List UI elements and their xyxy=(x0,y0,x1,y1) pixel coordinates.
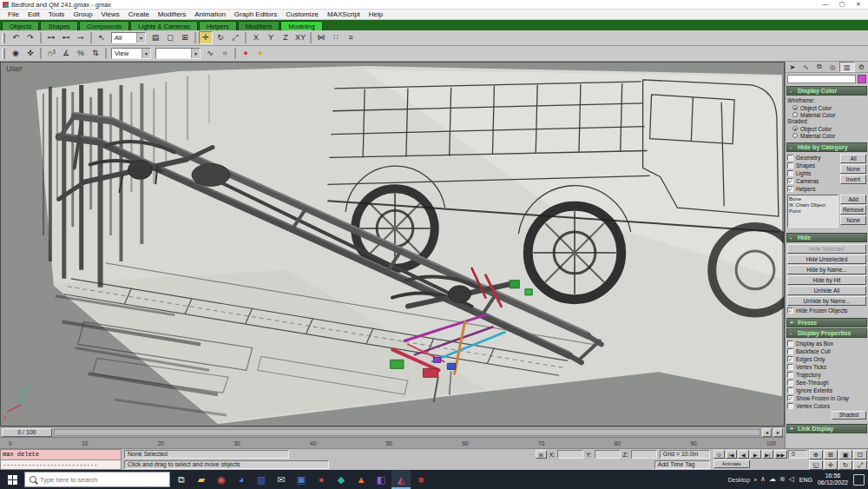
category-checkbox-row[interactable]: ✓ Helpers xyxy=(787,185,838,193)
separator[interactable] xyxy=(194,32,196,43)
taskbar-search[interactable] xyxy=(24,472,170,487)
listener-line-1[interactable]: max delete xyxy=(0,449,122,460)
checkbox-icon[interactable] xyxy=(787,155,793,161)
checkbox-icon[interactable] xyxy=(787,340,793,347)
shelf-tab[interactable]: Shapes xyxy=(40,21,77,30)
separator[interactable] xyxy=(245,32,247,43)
app-gmax-icon[interactable]: ◭ xyxy=(391,470,411,489)
toolbar-overflow-icon[interactable]: » xyxy=(753,477,757,483)
menu-item[interactable]: Modifiers xyxy=(154,10,190,18)
motion-tab-icon[interactable]: ◎ xyxy=(826,62,840,72)
checkbox-icon[interactable]: ✓ xyxy=(787,178,793,184)
network-icon[interactable]: ≋ xyxy=(779,476,786,483)
viewport-label[interactable]: User xyxy=(6,64,23,73)
menu-item[interactable]: Group xyxy=(69,10,96,18)
shaded-color-radio[interactable]: ● Object Color xyxy=(787,125,866,132)
rollout-hide[interactable]: - Hide xyxy=(786,233,867,242)
minimize-button[interactable]: — xyxy=(819,0,832,9)
zoom-extents-all-icon[interactable]: ⊡ xyxy=(853,450,867,459)
separator[interactable] xyxy=(105,48,107,59)
shelf-tab[interactable]: Lights & Cameras xyxy=(130,21,198,30)
display-property-row[interactable]: ✓ Show Frozen in Gray xyxy=(787,394,866,402)
rollout-link-display[interactable]: + Link Display xyxy=(786,424,867,433)
app-mail-icon[interactable]: ✉ xyxy=(272,470,291,489)
checkbox-icon[interactable] xyxy=(787,387,793,393)
restrict-z-icon[interactable]: Z xyxy=(279,31,293,44)
modify-tab-icon[interactable]: ∿ xyxy=(799,62,813,72)
undo-icon[interactable]: ↶ xyxy=(9,31,23,44)
shelf-tab[interactable]: Objects xyxy=(2,21,39,30)
schematic-view-icon[interactable]: ⌗ xyxy=(218,47,232,60)
previous-frame-button[interactable]: ◀ xyxy=(738,450,749,459)
selection-filter-dropdown[interactable]: All ▾ xyxy=(111,32,146,43)
go-to-end-button[interactable]: ▶▶ xyxy=(774,450,787,459)
animate-button[interactable]: Animate xyxy=(713,459,750,468)
rectangular-selection-region-icon[interactable]: ◻ xyxy=(163,31,177,44)
menu-item[interactable]: Animation xyxy=(190,10,230,18)
time-slider-track[interactable] xyxy=(54,429,760,436)
menu-item[interactable]: Create xyxy=(124,10,154,18)
category-list-item[interactable]: IK Chain Object xyxy=(789,202,837,208)
separator[interactable] xyxy=(40,48,42,59)
hide-button[interactable]: Hide by Name... xyxy=(787,265,866,274)
object-name-field[interactable] xyxy=(787,75,856,83)
select-object-icon[interactable]: ↖ xyxy=(95,31,108,44)
app-teal-icon[interactable]: ◆ xyxy=(332,470,351,489)
add-time-tag[interactable]: Add Time Tag xyxy=(654,460,710,469)
app-orange-icon[interactable]: ▲ xyxy=(352,470,371,489)
arc-rotate-icon[interactable]: ↻ xyxy=(838,460,852,470)
listener-line-2[interactable]: -------------------------- xyxy=(0,460,122,471)
menu-item[interactable]: Graph Editors xyxy=(230,10,281,18)
toolbar-grip[interactable] xyxy=(2,49,5,59)
display-tab-icon[interactable]: ▥ xyxy=(839,62,855,72)
key-mode-button[interactable]: ⊙ xyxy=(713,450,725,459)
category-button[interactable]: All xyxy=(840,154,866,163)
select-and-move-icon[interactable]: ✛ xyxy=(199,31,213,44)
restrict-y-icon[interactable]: Y xyxy=(264,31,278,44)
x-coordinate-field[interactable] xyxy=(557,450,583,459)
current-frame-field[interactable]: 0 xyxy=(788,450,807,459)
category-list[interactable]: BoneIK Chain ObjectPoint xyxy=(787,195,838,228)
checkbox-icon[interactable] xyxy=(787,380,793,386)
category-checkbox-row[interactable]: Shapes xyxy=(787,162,838,169)
display-property-row[interactable]: Vertex Colors xyxy=(787,402,866,410)
app-folder-icon[interactable]: ▰ xyxy=(192,470,211,489)
task-view-icon[interactable]: ⧉ xyxy=(172,470,191,489)
y-coordinate-field[interactable] xyxy=(595,450,621,459)
hierarchy-tab-icon[interactable]: ⧉ xyxy=(812,62,826,72)
select-by-name-icon[interactable]: ▤ xyxy=(148,31,162,44)
material-editor-icon[interactable]: ● xyxy=(239,47,253,60)
menu-item[interactable]: Customize xyxy=(281,10,323,18)
menu-item[interactable]: MAXScript xyxy=(323,10,365,18)
search-input[interactable] xyxy=(40,476,165,484)
spinner-snap-icon[interactable]: ⇅ xyxy=(89,47,102,60)
app-edge-icon[interactable]: ◕ xyxy=(232,470,251,489)
hide-button[interactable]: Unhide by Name... xyxy=(787,296,866,306)
menu-item[interactable]: File xyxy=(3,10,23,18)
vertex-colors-shaded-button[interactable]: Shaded xyxy=(832,411,866,420)
checkbox-icon[interactable] xyxy=(787,364,793,370)
volume-icon[interactable]: ◁ xyxy=(789,476,794,483)
render-scene-icon[interactable]: ● xyxy=(253,47,267,60)
separator[interactable] xyxy=(90,32,92,43)
category-list-item[interactable]: Bone xyxy=(789,196,837,202)
display-property-row[interactable]: ✓ Edges Only xyxy=(787,355,866,363)
checkbox-icon[interactable] xyxy=(787,403,793,409)
notification-center-icon[interactable] xyxy=(853,474,865,486)
hide-button[interactable]: Hide by Hit xyxy=(787,275,866,285)
rollout-display-color[interactable]: - Display Color xyxy=(786,86,867,96)
checkbox-icon[interactable]: ✓ xyxy=(787,307,793,314)
checkbox-icon[interactable] xyxy=(787,372,793,378)
track-view-icon[interactable]: ∿ xyxy=(203,47,217,60)
checkbox-icon[interactable]: ✓ xyxy=(787,395,793,401)
menu-item[interactable]: Tools xyxy=(44,10,69,18)
category-checkbox-row[interactable]: Geometry xyxy=(787,154,838,162)
category-checkbox-row[interactable]: ✓ Cameras xyxy=(787,177,838,185)
use-pivot-center-icon[interactable]: ◉ xyxy=(9,47,23,60)
hide-button[interactable]: Hide Unselected xyxy=(787,254,866,264)
category-list-button[interactable]: Add xyxy=(840,195,866,204)
viewport-user[interactable]: x Y User xyxy=(0,62,785,426)
separator[interactable] xyxy=(310,32,312,43)
selection-lock-icon[interactable]: ⊠ xyxy=(536,450,547,459)
rollout-freeze[interactable]: + Freeze xyxy=(786,318,867,327)
